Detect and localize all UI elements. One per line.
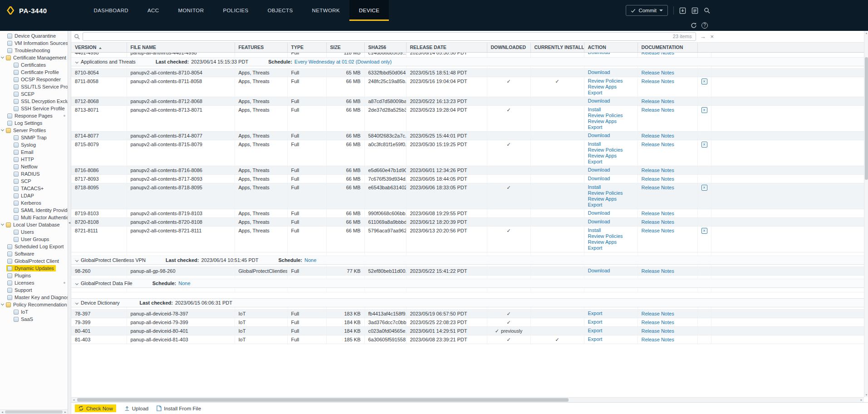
column-header-file-name[interactable]: FILE NAME bbox=[127, 43, 235, 52]
sidebar-item-user-groups[interactable]: User Groups bbox=[0, 236, 68, 243]
sidebar-item-scep[interactable]: SCEP bbox=[0, 90, 68, 98]
action-install-link[interactable]: Install bbox=[588, 141, 634, 147]
sidebar-item-device-quarantine[interactable]: Device Quarantine bbox=[0, 32, 68, 39]
action-download-link[interactable]: Download bbox=[588, 98, 634, 104]
action-install-link[interactable]: Install bbox=[588, 227, 634, 233]
scroll-right-button[interactable]: ► bbox=[63, 410, 68, 414]
column-header-documentation[interactable]: DOCUMENTATION bbox=[638, 43, 697, 52]
release-notes-link[interactable]: Release Notes bbox=[642, 133, 674, 138]
action-export-link[interactable]: Export bbox=[588, 124, 634, 130]
release-notes-link[interactable]: Release Notes bbox=[642, 142, 674, 147]
sidebar-item-response-pages[interactable]: Response Pages bbox=[0, 112, 68, 119]
action-export-link[interactable]: Export bbox=[588, 310, 634, 316]
column-header-sha256[interactable]: SHA256 bbox=[364, 43, 406, 52]
global-find-icon[interactable] bbox=[704, 7, 710, 14]
column-header-downloaded[interactable]: DOWNLOADED bbox=[487, 43, 530, 52]
sidebar-item-http[interactable]: HTTP bbox=[0, 156, 68, 163]
sidebar-horizontal-scrollbar[interactable]: ◄ ► bbox=[0, 409, 68, 414]
schedule-link[interactable]: None bbox=[178, 281, 190, 286]
sidebar-item-licenses[interactable]: Licenses bbox=[0, 279, 68, 286]
schedule-link[interactable]: None bbox=[304, 257, 316, 263]
sidebar-item-scp[interactable]: SCP bbox=[0, 177, 68, 185]
action-export-link[interactable]: Export bbox=[588, 159, 634, 165]
chevron-down-icon[interactable] bbox=[75, 258, 78, 261]
chevron-down-icon[interactable] bbox=[75, 301, 78, 304]
commit-button[interactable]: Commit bbox=[626, 5, 668, 16]
sidebar-item-ssl-tls-service-profile[interactable]: SSL/TLS Service Profile bbox=[0, 83, 68, 90]
install-from-file-button[interactable]: Install From File bbox=[157, 405, 201, 411]
column-header-currently-installed[interactable]: CURRENTLY INSTALLED bbox=[530, 43, 584, 52]
release-notes-link[interactable]: Release Notes bbox=[642, 79, 674, 84]
column-header-type[interactable]: TYPE bbox=[287, 43, 326, 52]
scrollbar-thumb[interactable] bbox=[865, 57, 868, 180]
tab-objects[interactable]: OBJECTS bbox=[258, 0, 303, 21]
delete-icon[interactable]: × bbox=[701, 79, 707, 84]
action-export-link[interactable]: Export bbox=[588, 319, 634, 325]
action-review-apps-link[interactable]: Review Apps bbox=[588, 118, 634, 124]
filter-input[interactable] bbox=[83, 32, 696, 41]
help-icon[interactable]: ? bbox=[701, 22, 708, 29]
action-review-policies-link[interactable]: Review Policies bbox=[588, 147, 634, 153]
sidebar-item-dynamic-updates[interactable]: Dynamic Updates bbox=[0, 265, 68, 272]
upload-button[interactable]: Upload bbox=[124, 406, 148, 411]
chevron-down-icon[interactable] bbox=[75, 60, 78, 63]
column-header-release-date[interactable]: RELEASE DATE bbox=[406, 43, 487, 52]
refresh-icon[interactable] bbox=[691, 22, 697, 29]
sidebar-item-syslog[interactable]: Syslog bbox=[0, 141, 68, 148]
action-review-apps-link[interactable]: Review Apps bbox=[588, 196, 634, 202]
apply-filter-icon[interactable]: → bbox=[699, 33, 706, 40]
release-notes-link[interactable]: Release Notes bbox=[642, 320, 674, 325]
action-review-policies-link[interactable]: Review Policies bbox=[588, 190, 634, 196]
sidebar-item-log-settings[interactable]: Log Settings bbox=[0, 119, 68, 127]
schedule-link[interactable]: Every Wednesday at 01:02 (Download only) bbox=[294, 59, 392, 64]
clear-filter-icon[interactable]: × bbox=[709, 33, 715, 40]
sidebar-item-vm-information-sources[interactable]: VM Information Sources bbox=[0, 39, 68, 47]
tab-device[interactable]: DEVICE bbox=[349, 0, 389, 21]
action-download-link[interactable]: Download bbox=[588, 69, 634, 75]
action-install-link[interactable]: Install bbox=[588, 107, 634, 113]
column-header-features[interactable]: FEATURES bbox=[235, 43, 287, 52]
action-download-link[interactable]: Download bbox=[588, 210, 634, 216]
vertical-scrollbar[interactable]: ▲ ▼ bbox=[864, 31, 868, 397]
sidebar-item-email[interactable]: Email bbox=[0, 148, 68, 156]
chevron-down-icon[interactable] bbox=[75, 281, 78, 285]
save-config-icon[interactable] bbox=[679, 7, 686, 14]
sidebar-item-policy-recommendation[interactable]: Policy Recommendation bbox=[0, 301, 68, 308]
tab-policies[interactable]: POLICIES bbox=[213, 0, 258, 21]
chevron-down-icon[interactable] bbox=[1, 222, 4, 226]
sidebar-item-ssl-decryption-exclusion[interactable]: SSL Decryption Exclusion bbox=[0, 98, 68, 105]
action-review-apps-link[interactable]: Review Apps bbox=[588, 239, 634, 245]
sidebar-item-scheduled-log-export[interactable]: Scheduled Log Export bbox=[0, 243, 68, 250]
column-header-action[interactable]: ACTION bbox=[584, 43, 638, 52]
release-notes-link[interactable]: Release Notes bbox=[642, 52, 674, 55]
sidebar-item-multi-factor-authentication[interactable]: Multi Factor Authentication bbox=[0, 214, 68, 221]
release-notes-link[interactable]: Release Notes bbox=[642, 211, 674, 216]
scroll-right-button[interactable]: ► bbox=[859, 398, 864, 403]
tab-acc[interactable]: ACC bbox=[138, 0, 168, 21]
chevron-down-icon[interactable] bbox=[1, 302, 4, 306]
tab-dashboard[interactable]: DASHBOARD bbox=[84, 0, 138, 21]
column-header-version[interactable]: VERSION bbox=[71, 43, 127, 52]
sidebar-item-saml-identity-provider[interactable]: SAML Identity Provider bbox=[0, 207, 68, 214]
sidebar-item-tacacs[interactable]: TACACS+ bbox=[0, 185, 68, 192]
action-download-link[interactable]: Download bbox=[588, 167, 634, 173]
sidebar-item-certificate-management[interactable]: Certificate Management bbox=[0, 54, 68, 61]
release-notes-link[interactable]: Release Notes bbox=[642, 337, 674, 342]
action-export-link[interactable]: Export bbox=[588, 245, 634, 251]
sidebar-item-saas[interactable]: SaaS bbox=[0, 315, 68, 323]
action-review-policies-link[interactable]: Review Policies bbox=[588, 233, 634, 239]
action-download-link[interactable]: Download bbox=[588, 133, 634, 138]
action-download-link[interactable]: Download bbox=[588, 219, 634, 225]
delete-icon[interactable]: × bbox=[701, 228, 707, 234]
delete-icon[interactable]: × bbox=[701, 107, 707, 113]
release-notes-link[interactable]: Release Notes bbox=[642, 176, 674, 182]
action-export-link[interactable]: Export bbox=[588, 336, 634, 342]
sidebar-item-iot[interactable]: IoT bbox=[0, 308, 68, 315]
scrollbar-thumb[interactable] bbox=[5, 410, 63, 414]
sidebar-item-snmp-trap[interactable]: SNMP Trap bbox=[0, 134, 68, 141]
sidebar-item-radius[interactable]: RADIUS bbox=[0, 170, 68, 177]
release-notes-link[interactable]: Release Notes bbox=[642, 328, 674, 334]
scroll-down-button[interactable]: ▼ bbox=[864, 393, 868, 397]
action-review-policies-link[interactable]: Review Policies bbox=[588, 113, 634, 118]
delete-icon[interactable]: × bbox=[701, 185, 707, 191]
